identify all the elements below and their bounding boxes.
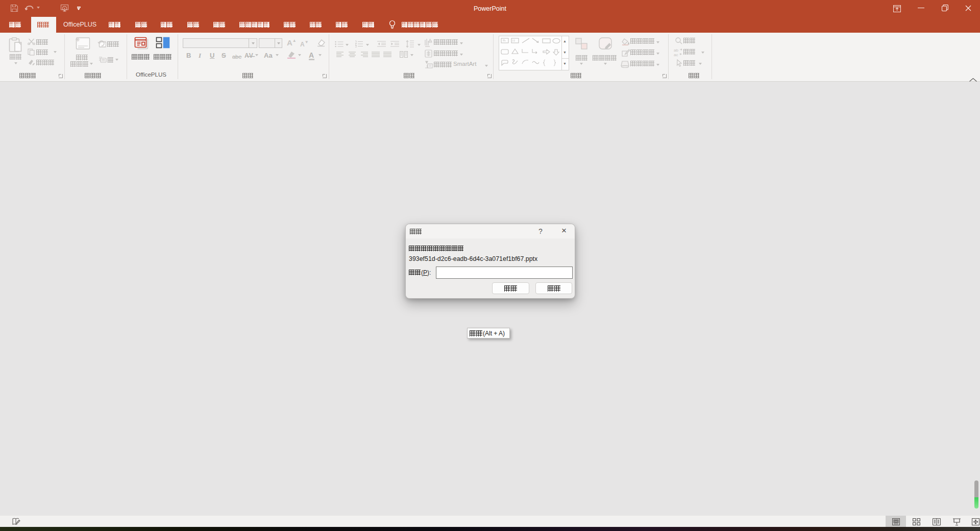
svg-text:ab: ab xyxy=(674,48,678,53)
svg-text:ac: ac xyxy=(674,53,678,56)
